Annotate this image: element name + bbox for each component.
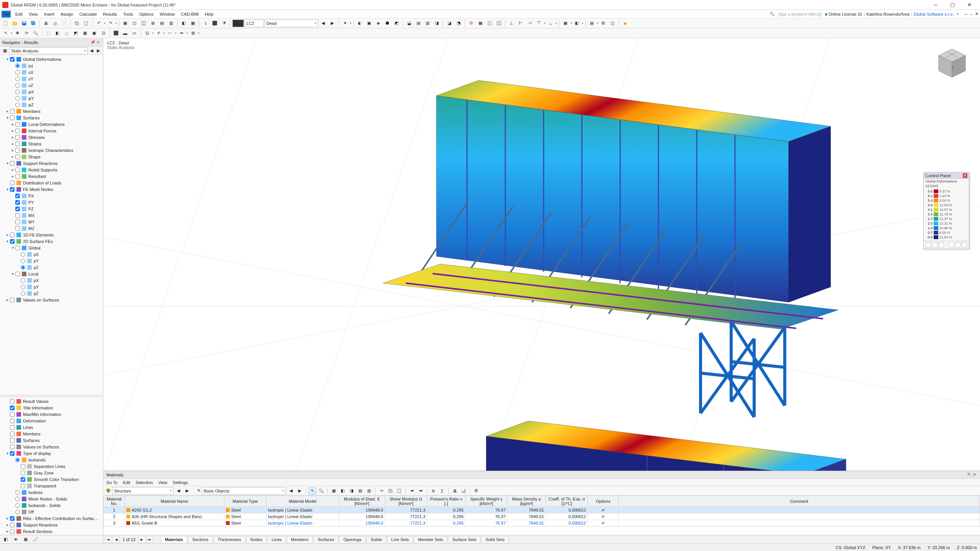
tree-pz[interactable]: pZ [0, 290, 103, 297]
tree-py[interactable]: pY [0, 258, 103, 264]
panel-pin-icon[interactable]: ⇱ [966, 472, 972, 477]
minimize-button[interactable]: ─ [927, 0, 944, 10]
tree-local-deformations[interactable]: ▸Local Deformations [0, 121, 103, 127]
tree-smooth-color-transition[interactable]: Smooth Color Transition [0, 476, 103, 483]
t17-icon[interactable]: ⊣ [526, 19, 534, 28]
control-panel-close-icon[interactable]: ✕ [963, 173, 967, 178]
nav-next-icon[interactable]: ▶ [95, 47, 101, 55]
structure-select[interactable]: Structure▾ [112, 487, 173, 495]
analysis-type-select[interactable]: Static Analysis▾ [9, 47, 88, 54]
table-row[interactable]: 2A36 (HR Structural Shapes and Bars)Stee… [104, 514, 980, 520]
r9-icon[interactable]: ▬ [121, 29, 129, 37]
pin-icon[interactable]: 📌 [90, 40, 95, 45]
prev-button[interactable]: ◀ [113, 536, 119, 543]
bt18-icon[interactable]: 📊 [460, 487, 467, 495]
t4-icon[interactable]: ⬢ [383, 19, 392, 28]
tree-surfaces[interactable]: ▾Surfaces [0, 114, 103, 121]
doc-minimize-button[interactable]: ─ [964, 12, 967, 16]
tab-solid-sets[interactable]: Solid Sets [481, 536, 509, 543]
foot-icon4[interactable]: 📈 [31, 535, 40, 544]
bt6-icon[interactable]: ◧ [339, 487, 346, 495]
tree-strains[interactable]: ▸Strains [0, 140, 103, 147]
next-lc-icon[interactable]: ▶ [328, 19, 336, 28]
t3-icon[interactable]: ◈ [374, 19, 382, 28]
tree-stresses[interactable]: ▸Stresses [0, 134, 103, 140]
tree-members[interactable]: Members [0, 430, 103, 437]
menu-view[interactable]: View [26, 11, 41, 17]
tree-support-reactions[interactable]: ▸Support Reactions [0, 522, 103, 528]
control-panel[interactable]: Control Panel ✕ Global Deformations |u| … [923, 172, 969, 249]
prev-lc-icon[interactable]: ◀ [319, 19, 327, 28]
star-icon[interactable]: ✦ [341, 19, 349, 28]
tree-type-of-display[interactable]: ▾Type of display [0, 450, 103, 456]
view6-icon[interactable]: ▥ [167, 19, 175, 28]
cp-btn6[interactable] [962, 242, 967, 248]
tree-global[interactable]: ▾Global [0, 245, 103, 251]
cp-btn4[interactable] [949, 242, 954, 248]
maximize-button[interactable]: ▢ [944, 0, 961, 10]
t6-icon[interactable]: ⬓ [405, 19, 413, 28]
r2-icon[interactable]: ◧ [53, 29, 62, 37]
bt17-icon[interactable]: 🖶 [451, 487, 459, 495]
tree-lines[interactable]: Lines [0, 424, 103, 430]
load-field[interactable]: Dead▾ [265, 20, 318, 27]
tree-uy[interactable]: uY [0, 75, 103, 82]
tree-my[interactable]: MY [0, 218, 103, 225]
last-button[interactable]: ⏭ [146, 536, 153, 543]
table-row[interactable]: 3A53, Grade BSteelIsotropic | Linear Ela… [104, 520, 980, 527]
r8-icon[interactable]: ⬛ [112, 29, 120, 37]
tree-icon[interactable]: 🌳 [106, 488, 111, 493]
menu-options[interactable]: Options [136, 11, 157, 17]
redo-icon[interactable]: ↷ [106, 19, 114, 28]
tree-transparent[interactable]: Transparent [0, 483, 103, 489]
tree-result-sections[interactable]: ▸Result Sections [0, 528, 103, 535]
lc-prefix[interactable]: D [232, 20, 244, 27]
bt16-icon[interactable]: Σ [438, 487, 446, 495]
r5-icon[interactable]: ▦ [81, 29, 89, 37]
basic-objects-select[interactable]: Basic Objects▾ [202, 487, 286, 495]
r7-icon[interactable]: ⊡ [99, 29, 108, 37]
next-button[interactable]: ▶ [139, 536, 145, 543]
tree-y[interactable]: φY [0, 95, 103, 101]
zoom-icon[interactable]: 🔍 [31, 29, 40, 37]
tree-values-on-surfaces[interactable]: Values on Surfaces [0, 443, 103, 450]
tree-mesh-nodes-solids[interactable]: Mesh Nodes - Solids [0, 496, 103, 502]
tree-px[interactable]: PX [0, 192, 103, 199]
tab-nodes[interactable]: Nodes [246, 536, 267, 543]
tree-ux[interactable]: uX [0, 69, 103, 75]
r10-icon[interactable]: ▭ [130, 29, 139, 37]
bt4-icon[interactable]: 🔍 [317, 487, 325, 495]
tree-2d-surface-fes[interactable]: ▾2D Surface FEs [0, 238, 103, 245]
tree-py[interactable]: PY [0, 199, 103, 205]
first-button[interactable]: ⏮ [105, 536, 112, 543]
file-menu[interactable]: File [2, 11, 11, 18]
foot-icon2[interactable]: 👁 [11, 535, 20, 544]
view2-icon[interactable]: ◫ [130, 19, 139, 28]
tab-materials[interactable]: Materials [161, 536, 188, 543]
cursor-icon[interactable]: ↖ [2, 29, 10, 37]
tab-line-sets[interactable]: Line Sets [387, 536, 413, 543]
pan-icon[interactable]: ✥ [13, 29, 21, 37]
tree-isolines[interactable]: Isolines [0, 489, 103, 496]
r13-icon[interactable]: ⬳ [166, 29, 174, 37]
t25-icon[interactable]: ■ [621, 19, 629, 28]
mat-menu-view[interactable]: View [158, 480, 167, 485]
tree-separation-lines[interactable]: Separation Lines [0, 463, 103, 469]
view1-icon[interactable]: ▦ [121, 19, 129, 28]
r12-icon[interactable]: ✐ [154, 29, 163, 37]
bt2-prev-icon[interactable]: ◀ [287, 487, 295, 495]
doc-close-button[interactable]: ✕ [975, 11, 978, 16]
keyword-search[interactable]: Type a keyword (Alt+Q) [778, 12, 822, 16]
r15-icon[interactable]: ⊞ [189, 29, 197, 37]
new-icon[interactable] [2, 19, 10, 28]
undo-icon[interactable]: ↶ [95, 19, 103, 28]
t15-icon[interactable]: ⊥ [507, 19, 516, 28]
mat-menu-edit[interactable]: Edit [123, 480, 130, 485]
nav-prev-icon[interactable]: ◀ [88, 47, 95, 55]
view3-icon[interactable]: ⿲ [139, 19, 148, 28]
r14-icon[interactable]: ⬲ [177, 29, 186, 37]
tree-mz[interactable]: MZ [0, 225, 103, 231]
tree-distribution-of-loads[interactable]: Distribution of Loads [0, 179, 103, 186]
tab-solids[interactable]: Solids [366, 536, 386, 543]
tab-surface-sets[interactable]: Surface Sets [448, 536, 480, 543]
